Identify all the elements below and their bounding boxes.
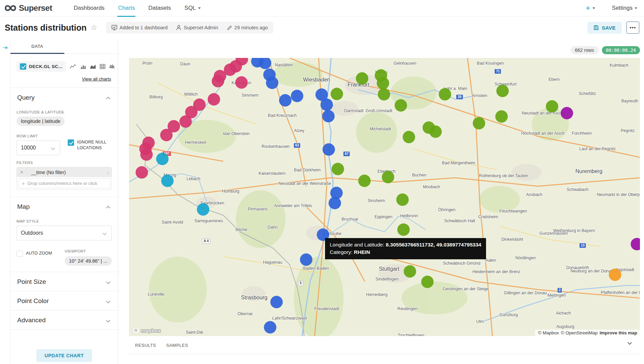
map-point-cyan[interactable]	[161, 175, 173, 187]
map-canvas[interactable]: PrümDaunNastättenGelnhausenBad Kissingen…	[129, 58, 640, 336]
map-point-blue[interactable]	[266, 76, 278, 89]
map-point-pink[interactable]	[207, 93, 220, 106]
time-filter-chip[interactable]: ✕ __time (No filter) ›	[17, 167, 111, 177]
map-point-blue[interactable]	[329, 197, 341, 209]
map-point-green[interactable]	[403, 131, 415, 143]
last-modified-badge[interactable]: 29 minutes ago	[227, 25, 268, 30]
map-point-orange[interactable]	[609, 269, 621, 281]
section-advanced[interactable]: Advanced	[17, 310, 112, 329]
map-point-green[interactable]	[473, 117, 485, 130]
area-chart-icon[interactable]	[90, 64, 96, 69]
map-city-label: Idar-Oberstein	[223, 131, 250, 136]
map-point-cyan[interactable]	[197, 203, 209, 216]
results-tab-results[interactable]: RESULTS	[135, 343, 156, 348]
ignore-null-checkbox-row[interactable]: IGNORE NULL LOCATIONS	[68, 139, 112, 151]
map-point-green[interactable]	[404, 265, 416, 278]
map-point-blue[interactable]	[270, 296, 283, 308]
remove-filter-icon[interactable]: ✕	[17, 167, 27, 177]
view-all-charts-link[interactable]: View all charts	[17, 76, 111, 81]
map-point-pink[interactable]	[235, 76, 248, 89]
table-icon[interactable]	[100, 64, 105, 69]
mapbox-attribution-link[interactable]: © Mapbox	[538, 330, 559, 335]
infinity-logo-icon	[5, 4, 16, 12]
map-point-green[interactable]	[377, 77, 389, 90]
map-point-green[interactable]	[397, 224, 410, 236]
settings-menu[interactable]: Settings	[605, 0, 639, 16]
map-point-green[interactable]	[378, 88, 390, 101]
nav-item-datasets[interactable]: Datasets	[141, 0, 178, 16]
road-shield: 2	[557, 288, 562, 293]
query-section-header[interactable]: Query	[17, 88, 112, 107]
map-point-blue[interactable]	[323, 143, 335, 156]
map-point-blue[interactable]	[300, 253, 313, 266]
bar-chart-icon[interactable]	[80, 64, 86, 69]
map-point-green[interactable]	[396, 194, 409, 206]
more-actions-button[interactable]: •••	[626, 22, 639, 34]
map-city-label: Günzburg	[500, 312, 518, 317]
filter-expand-icon[interactable]: ›	[107, 169, 111, 175]
dashboard-count-badge[interactable]: Added to 1 dashboard	[111, 25, 168, 30]
owner-badge[interactable]: Superset Admin	[176, 25, 218, 30]
auto-zoom-label: AUTO ZOOM	[26, 251, 52, 256]
map-point-blue[interactable]	[264, 321, 276, 334]
viewport-chip[interactable]: 10° 24' 49.86" | ...	[65, 256, 112, 266]
tab-data[interactable]: DATA	[10, 39, 64, 54]
map-city-label: Strasbourg	[241, 295, 267, 301]
line-chart-icon[interactable]	[70, 64, 76, 69]
row-limit-select[interactable]: 10000	[17, 140, 60, 155]
map-point-pink[interactable]	[160, 129, 172, 141]
map-point-purple[interactable]	[561, 107, 573, 119]
map-point-pink[interactable]	[180, 115, 192, 128]
section-point-color[interactable]: Point Color	[17, 291, 112, 310]
map-point-green[interactable]	[382, 171, 394, 184]
map-point-blue[interactable]	[321, 98, 333, 111]
osm-attribution-link[interactable]: © OpenStreetMap	[561, 330, 598, 335]
favorite-star-icon[interactable]: ☆	[91, 23, 97, 32]
nav-item-charts[interactable]: Charts	[111, 0, 141, 16]
nav-item-sql[interactable]: SQL	[178, 0, 207, 16]
map-city-label: Darmstadt	[344, 108, 364, 113]
new-item-button[interactable]: +	[586, 3, 595, 13]
map-point-pink[interactable]	[140, 148, 153, 161]
map-point-green[interactable]	[439, 88, 451, 101]
auto-zoom-checkbox-row[interactable]: AUTO ZOOM	[17, 246, 57, 266]
map-section-header[interactable]: Map	[17, 197, 112, 216]
map-point-green[interactable]	[331, 88, 343, 100]
viz-4k-option[interactable]: 4k	[109, 64, 115, 69]
map-point-green[interactable]	[495, 110, 508, 123]
results-tab-samples[interactable]: SAMPLES	[166, 343, 188, 348]
map-point-green[interactable]	[546, 100, 558, 112]
tooltip-lonlat-label: Longitude and Latitude:	[330, 242, 386, 247]
current-viz-chip[interactable]: DECK.GL SC...	[17, 61, 66, 72]
ignore-null-checkbox[interactable]	[68, 139, 74, 146]
last-modified-label: 29 minutes ago	[234, 25, 268, 30]
mapbox-logo[interactable]: mapbox	[132, 327, 161, 334]
map-point-cyan[interactable]	[156, 153, 168, 165]
map-point-blue[interactable]	[291, 90, 303, 102]
save-button[interactable]: SAVE	[587, 22, 622, 34]
map-city-label: Bad Kreuznach	[268, 113, 296, 118]
filter-drop-zone[interactable]: + Drop columns/metrics here or click	[18, 178, 110, 188]
lonlat-chip[interactable]: longitude | latitude	[17, 117, 65, 126]
map-point-pink[interactable]	[212, 75, 224, 87]
map-point-green[interactable]	[496, 85, 509, 97]
map-point-green[interactable]	[332, 163, 344, 175]
improve-map-link[interactable]: Improve this map	[600, 330, 637, 335]
map-point-green[interactable]	[395, 99, 407, 112]
auto-zoom-checkbox[interactable]	[17, 251, 23, 257]
update-chart-button[interactable]: UPDATE CHART	[36, 349, 92, 362]
map-point-blue[interactable]	[279, 94, 292, 107]
road-shield: 13	[579, 243, 586, 248]
section-point-size[interactable]: Point Size	[17, 272, 112, 291]
map-point-green[interactable]	[356, 72, 368, 85]
superset-logo[interactable]: Superset	[5, 3, 52, 13]
map-point-green[interactable]	[358, 175, 371, 187]
map-point-pink[interactable]	[135, 166, 148, 179]
map-point-green[interactable]	[429, 125, 442, 138]
map-style-select[interactable]: Outdoors	[17, 226, 112, 240]
map-point-blue[interactable]	[322, 110, 334, 123]
map-point-green[interactable]	[421, 275, 433, 288]
expand-panel-icon[interactable]: ⇥	[3, 44, 7, 51]
expand-results-chevron[interactable]	[628, 339, 633, 345]
nav-item-dashboards[interactable]: Dashboards	[67, 0, 111, 16]
